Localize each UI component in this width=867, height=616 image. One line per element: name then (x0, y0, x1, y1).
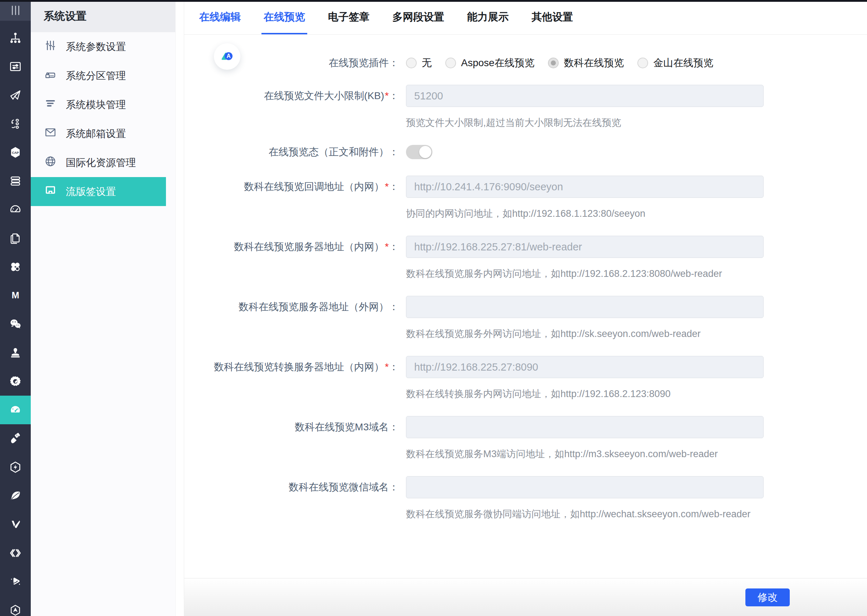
sidebar-item-label: 系统模块管理 (66, 98, 126, 112)
window-top-edge (0, 0, 867, 2)
stamp-icon[interactable] (0, 338, 31, 367)
globe-icon (44, 155, 57, 170)
tab-other-settings[interactable]: 其他设置 (529, 0, 575, 35)
code-brackets-icon[interactable] (0, 539, 31, 567)
field-label: 数科在线预览转换服务器地址（内网）*： (184, 360, 399, 374)
radio-icon (638, 58, 648, 68)
main-content: 在线编辑 在线预览 电子签章 多网段设置 能力展示 其他设置 A 在线预览插件：… (175, 0, 867, 616)
sidebar-item-system-mailbox[interactable]: 系统邮箱设置 (31, 119, 175, 148)
modify-button[interactable]: 修改 (745, 588, 790, 607)
radio-icon (445, 58, 456, 68)
gauge-icon[interactable] (0, 195, 31, 224)
sidebar-item-stream-signature[interactable]: 流版签设置 (31, 177, 166, 206)
collapse-icon[interactable] (0, 0, 31, 21)
wechat-icon[interactable] (0, 310, 31, 338)
radio-checked-icon (548, 58, 559, 68)
radio-option-jinshan[interactable]: 金山在线预览 (638, 56, 713, 70)
radio-option-shuke[interactable]: 数科在线预览 (548, 56, 624, 70)
sidebar-item-label: 系统参数设置 (66, 40, 126, 53)
rail-items: CAP M (0, 21, 31, 616)
play-sparkle-icon[interactable] (0, 567, 31, 596)
cap-badge-icon[interactable]: CAP (0, 138, 31, 167)
cube-plane-icon[interactable] (0, 596, 31, 616)
hex-lightning-icon[interactable] (0, 453, 31, 481)
sidebar-item-label: 系统邮箱设置 (66, 127, 126, 141)
radio-icon (406, 58, 417, 68)
field-label: 数科在线预览回调地址（内网）*： (184, 180, 399, 193)
tab-online-edit[interactable]: 在线编辑 (197, 0, 243, 35)
clover-icon[interactable] (0, 253, 31, 281)
control-panel-icon[interactable] (0, 52, 31, 81)
brand-float-button[interactable]: A (214, 43, 240, 70)
preview-settings-form: A 在线预览插件： 无 Aspose在线预览 数科在线预览 (184, 35, 867, 578)
preview-state-row: 在线预览态（正文和附件）： (184, 145, 867, 159)
field-help: 数科在线预览服务外网访问地址，如http://sk.seeyon.com/web… (406, 327, 867, 340)
wechat-domain-input[interactable] (406, 476, 763, 498)
tab-multi-network[interactable]: 多网段设置 (390, 0, 446, 35)
field-help: 数科在线转换服务内网访问地址，如http://192.168.2.123:809… (406, 387, 867, 400)
field-group-wechat-domain: 数科在线预览微信域名： 数科在线预览服务微协同端访问地址，如http://wec… (184, 476, 867, 520)
toggle-knob (419, 146, 431, 158)
tab-bar: 在线编辑 在线预览 电子签章 多网段设置 能力展示 其他设置 (184, 0, 867, 35)
svg-text:CAP: CAP (12, 151, 19, 154)
field-help: 预览文件大小限制,超过当前大小限制无法在线预览 (406, 116, 867, 129)
paper-plane-icon[interactable] (0, 81, 31, 110)
sliders-icon (44, 39, 57, 54)
field-label: 数科在线预览微信域名： (184, 481, 399, 494)
sidebar-item-i18n-resources[interactable]: 国际化资源管理 (31, 148, 175, 177)
letter-v-icon[interactable] (0, 510, 31, 539)
sidebar-item-system-partition[interactable]: 系统分区管理 (31, 61, 175, 90)
field-group-server-external: 数科在线预览服务器地址（外网）： 数科在线预览服务外网访问地址，如http://… (184, 296, 867, 340)
form-footer: 修改 (184, 578, 867, 616)
field-label: 数科在线预览服务器地址（内网）*： (184, 240, 399, 254)
field-help: 协同的内网访问地址，如http://192.168.1.123:80/seeyo… (406, 207, 867, 220)
plugin-radio-row: 在线预览插件： 无 Aspose在线预览 数科在线预览 (184, 56, 867, 70)
field-group-size-limit: 在线预览文件大小限制(KB)*： 预览文件大小限制,超过当前大小限制无法在线预览 (184, 85, 867, 129)
gear-wrench-icon[interactable] (0, 367, 31, 396)
svg-text:A: A (226, 53, 230, 59)
toggle-label: 在线预览态（正文和附件）： (184, 145, 399, 159)
field-group-m3-domain: 数科在线预览M3域名： 数科在线预览服务M3端访问地址，如http://m3.s… (184, 416, 867, 460)
org-chart-icon[interactable] (0, 24, 31, 52)
field-help: 数科在线预览服务内网访问地址，如http://192.168.2.123:808… (406, 267, 867, 280)
sidebar-item-label: 系统分区管理 (66, 69, 126, 83)
module-list-icon (44, 97, 57, 112)
monitor-icon (44, 184, 57, 199)
icon-rail: CAP M (0, 0, 31, 616)
mail-icon (44, 126, 57, 141)
field-label: 数科在线预览M3域名： (184, 420, 399, 434)
field-group-server-intranet: 数科在线预览服务器地址（内网）*： 数科在线预览服务内网访问地址，如http:/… (184, 236, 867, 280)
field-label: 在线预览文件大小限制(KB)*： (184, 89, 399, 103)
server-external-input[interactable] (406, 296, 763, 318)
tab-online-preview[interactable]: 在线预览 (261, 0, 307, 35)
documents-icon[interactable] (0, 224, 31, 253)
letter-m-icon[interactable]: M (0, 281, 31, 310)
workflow-icon[interactable] (0, 110, 31, 138)
size-limit-input[interactable] (406, 85, 763, 107)
gauge-active-icon[interactable] (0, 396, 31, 424)
field-label: 数科在线预览服务器地址（外网）： (184, 300, 399, 314)
sidebar-title: 系统设置 (31, 0, 175, 32)
field-group-callback-url: 数科在线预览回调地址（内网）*： 协同的内网访问地址，如http://192.1… (184, 176, 867, 220)
radio-option-aspose[interactable]: Aspose在线预览 (445, 56, 534, 70)
sidebar-item-label: 流版签设置 (66, 185, 116, 198)
sidebar-item-system-modules[interactable]: 系统模块管理 (31, 90, 175, 119)
feather-icon[interactable] (0, 481, 31, 510)
field-help: 数科在线预览服务M3端访问地址，如http://m3.skseeyon.com/… (406, 448, 867, 460)
tab-capability[interactable]: 能力展示 (465, 0, 511, 35)
book-stack-icon[interactable] (0, 167, 31, 195)
svg-text:M: M (11, 290, 19, 300)
partition-lock-icon (44, 68, 57, 83)
radio-option-none[interactable]: 无 (406, 56, 432, 70)
plug-icon[interactable] (0, 424, 31, 453)
server-intranet-input[interactable] (406, 236, 763, 258)
field-group-convert-server: 数科在线预览转换服务器地址（内网）*： 数科在线转换服务内网访问地址，如http… (184, 356, 867, 400)
m3-domain-input[interactable] (406, 416, 763, 438)
convert-server-input[interactable] (406, 356, 763, 378)
preview-state-toggle[interactable] (406, 145, 432, 159)
sidebar-item-label: 国际化资源管理 (66, 156, 136, 170)
settings-sidebar: 系统设置 系统参数设置 系统分区管理 系统模块管理 系统邮箱设置 国际化资源管理 (31, 0, 176, 616)
callback-url-input[interactable] (406, 176, 763, 198)
sidebar-item-system-params[interactable]: 系统参数设置 (31, 32, 175, 61)
tab-esignature[interactable]: 电子签章 (326, 0, 372, 35)
